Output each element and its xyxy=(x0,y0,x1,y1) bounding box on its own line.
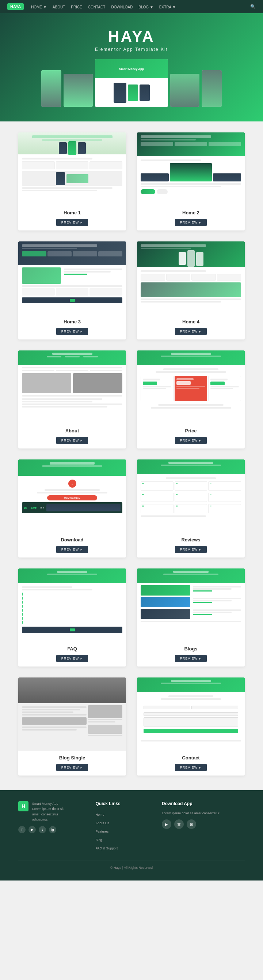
footer-download-title: Download App xyxy=(162,801,245,806)
template-card-blog-single: Blog Single PREVIEW xyxy=(18,678,126,775)
nav-logo[interactable]: HAYA xyxy=(7,3,24,10)
template-name-faq: FAQ xyxy=(23,646,122,652)
main-content: Home 1 PREVIEW xyxy=(0,121,263,786)
blog-thumb-2 xyxy=(141,597,190,607)
footer-brand-text: Smart Money App Lorem ipsum dolor sit am… xyxy=(32,801,63,822)
template-info-contact: Contact PREVIEW xyxy=(137,751,245,775)
template-card-price: Price PREVIEW xyxy=(137,350,245,449)
footer-link-about[interactable]: About Us xyxy=(96,821,109,825)
instagram-icon[interactable]: ig xyxy=(49,826,56,833)
footer-link-faq[interactable]: FAQ & Support xyxy=(96,846,118,850)
footer-links-list: Home About Us Features Blog FAQ & Suppor… xyxy=(96,811,151,851)
android-icon[interactable]: ▶ xyxy=(162,819,171,829)
footer-link-features[interactable]: Features xyxy=(96,830,109,833)
nav-item-extra[interactable]: EXTRA ▼ xyxy=(159,5,176,9)
blog-grid-3 xyxy=(141,609,241,619)
faq-item xyxy=(22,609,122,612)
template-info-blog-single: Blog Single PREVIEW xyxy=(18,751,126,775)
template-info-home2: Home 2 PREVIEW xyxy=(137,205,245,231)
quote-item-5: " xyxy=(141,504,174,513)
template-card-home1: Home 1 PREVIEW xyxy=(18,132,126,231)
hero-screen-3 xyxy=(170,74,200,107)
template-name-about: About xyxy=(23,428,122,433)
apple-icon[interactable]: ⌘ xyxy=(174,819,184,829)
hero-screen-main: Smart Money App xyxy=(95,59,168,107)
footer-link-blog[interactable]: Blog xyxy=(96,838,102,842)
preview-home3 xyxy=(18,242,126,315)
preview-button-reviews[interactable]: PREVIEW xyxy=(175,546,207,553)
preview-price xyxy=(137,350,245,423)
preview-button-about[interactable]: PREVIEW xyxy=(56,437,88,444)
footer-logo: H xyxy=(18,801,29,811)
quote-mark: " xyxy=(142,483,144,487)
search-icon[interactable]: 🔍 xyxy=(250,4,256,9)
footer-links-col: Quick Links Home About Us Features Blog … xyxy=(96,801,151,853)
footer-link-home[interactable]: Home xyxy=(96,813,105,816)
footer-social: f ▶ t ig xyxy=(18,826,85,833)
preview-button-blog-single[interactable]: PREVIEW xyxy=(56,764,88,771)
preview-button-faq[interactable]: PREVIEW xyxy=(56,655,88,662)
template-info-home1: Home 1 PREVIEW xyxy=(18,205,126,231)
form-input-email xyxy=(192,706,238,709)
blog-thumb xyxy=(141,585,190,595)
preview-button-home4[interactable]: PREVIEW xyxy=(175,328,207,335)
form-submit-btn xyxy=(144,729,238,733)
nav-item-home[interactable]: HOME ▼ xyxy=(31,5,47,9)
faq-item xyxy=(22,593,122,595)
footer-bottom: © Haya | All Rights Reserved xyxy=(18,860,245,870)
template-name-home1: Home 1 xyxy=(23,210,122,215)
template-card-faq: FAQ PREVIEW xyxy=(18,568,126,667)
hero-screenshots: Smart Money App xyxy=(7,59,256,110)
preview-faq xyxy=(18,568,126,642)
nav-item-blog[interactable]: BLOG ▼ xyxy=(138,5,153,9)
template-card-home2: Home 2 PREVIEW xyxy=(137,132,245,231)
template-card-reviews: " " " " xyxy=(137,460,245,557)
quote-item-7: " xyxy=(208,504,241,513)
template-card-contact: Contact PREVIEW xyxy=(137,678,245,775)
faq-item xyxy=(22,613,122,616)
quote-item-2: " xyxy=(141,493,174,502)
nav-item-contact[interactable]: CONTACT xyxy=(88,5,106,9)
template-card-home3: Home 3 PREVIEW xyxy=(18,242,126,339)
hero-title: HAYA xyxy=(7,28,256,45)
nav-item-price[interactable]: PRICE xyxy=(71,5,82,9)
preview-button-price[interactable]: PREVIEW xyxy=(175,437,207,444)
preview-home1 xyxy=(18,132,126,205)
quote-item: " xyxy=(174,481,208,490)
form-input-name xyxy=(144,706,190,709)
footer-links-title: Quick Links xyxy=(96,801,151,806)
form-input-subject xyxy=(144,712,238,716)
preview-button-home2[interactable]: PREVIEW xyxy=(175,219,207,226)
quote-item: " xyxy=(208,481,241,490)
quote-mark: " xyxy=(210,483,211,487)
faq-item xyxy=(22,597,122,600)
windows-icon[interactable]: ⊞ xyxy=(187,819,196,829)
facebook-icon[interactable]: f xyxy=(18,826,25,833)
preview-blog-single xyxy=(18,678,126,751)
hero-screen-1 xyxy=(41,70,61,107)
nav-links: HOME ▼ ABOUT PRICE CONTACT DOWNLOAD BLOG… xyxy=(31,3,250,10)
youtube-icon[interactable]: ▶ xyxy=(29,826,36,833)
quote-mark: " xyxy=(176,483,178,487)
footer-brand-col: H Smart Money App Lorem ipsum dolor sit … xyxy=(18,801,85,853)
twitter-icon[interactable]: t xyxy=(39,826,46,833)
nav-item-download[interactable]: DOWNLOAD xyxy=(111,5,133,9)
preview-button-home3[interactable]: PREVIEW xyxy=(56,328,88,335)
preview-reviews: " " " " xyxy=(137,460,245,533)
quote-mark-6: " xyxy=(176,506,178,509)
preview-button-home1[interactable]: PREVIEW xyxy=(56,219,88,226)
template-name-price: Price xyxy=(141,428,240,433)
blog-grid xyxy=(141,585,241,595)
quote-mark-3: " xyxy=(176,494,178,498)
preview-button-download[interactable]: PREVIEW xyxy=(56,546,88,553)
contact-form-preview xyxy=(141,701,241,738)
nav-item-about[interactable]: ABOUT xyxy=(52,5,65,9)
template-name-blog-single: Blog Single xyxy=(23,755,122,760)
template-name-home3: Home 3 xyxy=(23,319,122,325)
preview-button-contact[interactable]: PREVIEW xyxy=(175,764,207,771)
preview-button-blogs[interactable]: PREVIEW xyxy=(175,655,207,662)
templates-grid: Home 1 PREVIEW xyxy=(18,132,245,775)
navigation: HAYA HOME ▼ ABOUT PRICE CONTACT DOWNLOAD… xyxy=(0,0,263,13)
footer-logo-box: H Smart Money App Lorem ipsum dolor sit … xyxy=(18,801,85,822)
blog-thumb-3 xyxy=(141,609,190,619)
